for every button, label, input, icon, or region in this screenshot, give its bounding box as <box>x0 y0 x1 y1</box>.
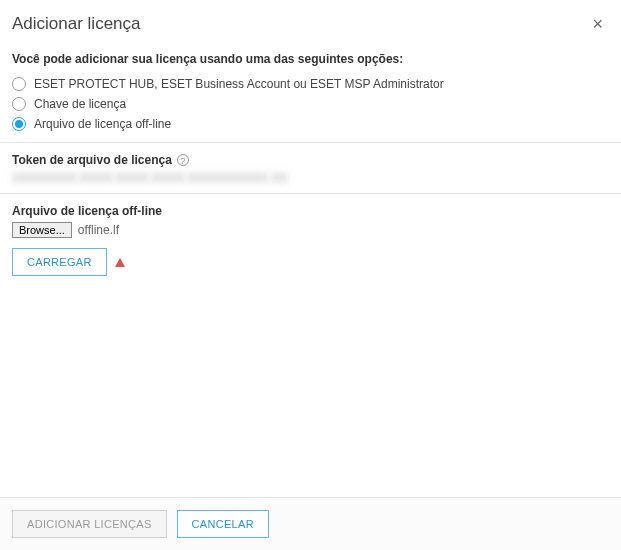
cancel-button[interactable]: CANCELAR <box>177 510 269 538</box>
radio-icon <box>12 77 26 91</box>
radio-option-key[interactable]: Chave de licença <box>12 94 609 114</box>
warning-icon[interactable] <box>115 258 125 267</box>
radio-option-hub[interactable]: ESET PROTECT HUB, ESET Business Account … <box>12 74 609 94</box>
intro-text: Você pode adicionar sua licença usando u… <box>12 52 609 66</box>
upload-button[interactable]: CARREGAR <box>12 248 107 276</box>
token-label: Token de arquivo de licença <box>12 153 172 167</box>
selected-filename: offline.lf <box>78 223 119 237</box>
help-icon[interactable]: ? <box>177 154 189 166</box>
radio-label: Chave de licença <box>34 97 126 111</box>
radio-label: Arquivo de licença off-line <box>34 117 171 131</box>
close-icon[interactable]: × <box>592 15 603 33</box>
add-licenses-button[interactable]: ADICIONAR LICENÇAS <box>12 510 167 538</box>
radio-label: ESET PROTECT HUB, ESET Business Account … <box>34 77 444 91</box>
radio-icon <box>12 117 26 131</box>
browse-button[interactable]: Browse... <box>12 222 72 238</box>
divider <box>0 193 621 194</box>
license-option-group: ESET PROTECT HUB, ESET Business Account … <box>12 74 609 134</box>
add-license-dialog: { "header": { "title": "Adicionar licenç… <box>0 0 621 550</box>
radio-icon <box>12 97 26 111</box>
dialog-title: Adicionar licença <box>12 14 592 34</box>
file-section-label: Arquivo de licença off-line <box>12 204 162 218</box>
token-value: XXXXXXXX-XXXX-XXXX-XXXX-XXXXXXXXXX XX <box>12 171 609 185</box>
divider <box>0 142 621 143</box>
radio-option-offline[interactable]: Arquivo de licença off-line <box>12 114 609 134</box>
